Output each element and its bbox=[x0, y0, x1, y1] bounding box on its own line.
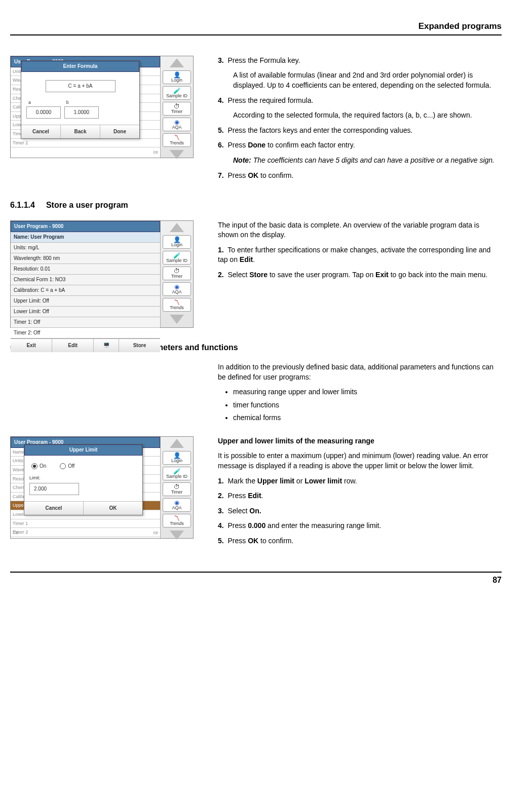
login-button[interactable]: 👤Login bbox=[163, 70, 191, 84]
list-row-name[interactable]: Name: User Program bbox=[11, 232, 160, 243]
list-row[interactable]: Wavelength: 800 nm bbox=[11, 253, 160, 264]
scroll-up-icon[interactable] bbox=[170, 439, 184, 448]
list-row[interactable]: Timer 1: Off bbox=[11, 317, 160, 328]
limit-value-input[interactable]: 2.000 bbox=[29, 483, 79, 495]
coeff-b-input[interactable]: 1.0000 bbox=[64, 106, 99, 119]
section-6-1-1-4: 6.1.1.4Store a user program bbox=[10, 200, 502, 211]
login-button[interactable]: 👤Login bbox=[163, 451, 191, 465]
ok-button[interactable]: OK bbox=[84, 502, 142, 515]
page-number: 87 bbox=[10, 572, 502, 586]
list-row[interactable]: Lower Limit: Off bbox=[11, 307, 160, 317]
trends-button[interactable]: 〽Trends bbox=[163, 514, 191, 528]
aqa-button[interactable]: ◉AQA bbox=[163, 118, 191, 131]
timer-button[interactable]: ⏱Timer bbox=[163, 482, 191, 496]
figure-enter-formula: User Program - 9000 Units: m Wavele Reso… bbox=[10, 56, 194, 158]
formula-display[interactable]: C = a + bA bbox=[46, 80, 116, 92]
scroll-up-icon[interactable] bbox=[170, 223, 184, 232]
list-row[interactable]: Units: mg/L bbox=[11, 243, 160, 253]
list-row[interactable]: Resolution: 0.01 bbox=[11, 264, 160, 275]
radio-off[interactable]: Off bbox=[60, 463, 74, 470]
aqa-button[interactable]: ◉AQA bbox=[163, 498, 191, 512]
enter-formula-dialog: Enter Formula C = a + bA a 0.0000 b bbox=[21, 60, 140, 139]
step-5: 5. Press the factors keys and enter the … bbox=[218, 126, 502, 136]
limit-label: Limit: bbox=[29, 475, 138, 481]
store-button[interactable]: Store bbox=[119, 339, 160, 352]
note-coefficients: Note: The coefficients can have 5 digits… bbox=[233, 156, 502, 166]
s4-intro: It is possible to enter a maximum (upper… bbox=[218, 451, 502, 471]
step-6: 6. Press Done to confirm each factor ent… bbox=[218, 140, 502, 150]
step-3-body: A list of available formulas (linear and… bbox=[233, 70, 502, 90]
upper-limit-dialog: Upper Limit On Off Limit: 2.000 Cancel O… bbox=[24, 444, 143, 516]
figure-upper-limit: User Program - 9000 Name: Units: m Wavel… bbox=[10, 436, 194, 539]
s4-step-1: 1. Mark the Upper limit or Lower limit r… bbox=[218, 476, 502, 486]
sample-id-button[interactable]: 🧪Sample ID bbox=[163, 467, 191, 480]
list-title-bar: User Program - 9000 bbox=[11, 221, 160, 232]
trends-button[interactable]: 〽Trends bbox=[163, 133, 191, 147]
list-row[interactable]: Chemical Form 1: NO3 bbox=[11, 275, 160, 285]
cancel-button[interactable]: Cancel bbox=[21, 125, 61, 138]
step-4: 4. Press the required formula. bbox=[218, 96, 502, 106]
login-button[interactable]: 👤Login bbox=[163, 235, 191, 249]
scroll-down-icon[interactable] bbox=[170, 150, 184, 159]
step-4-body: According to the selected formula, the r… bbox=[233, 110, 502, 121]
s4-step-5: 5. Press OK to confirm. bbox=[218, 536, 502, 546]
s3-bullets: measuring range upper and lower limits t… bbox=[218, 387, 502, 423]
cancel-button[interactable]: Cancel bbox=[24, 502, 84, 515]
back-button[interactable]: Back bbox=[61, 125, 100, 138]
dialog-title: Upper Limit bbox=[24, 444, 142, 456]
done-button[interactable]: Done bbox=[100, 125, 139, 138]
coeff-a-input[interactable]: 0.0000 bbox=[26, 106, 61, 119]
trends-button[interactable]: 〽Trends bbox=[163, 298, 191, 312]
s4-step-3: 3. Select On. bbox=[218, 506, 502, 516]
figure-user-program-list: User Program - 9000 Name: User Program U… bbox=[10, 220, 194, 328]
sample-id-button[interactable]: 🧪Sample ID bbox=[163, 86, 191, 100]
aqa-button[interactable]: ◉AQA bbox=[163, 282, 191, 296]
timer-button[interactable]: ⏱Timer bbox=[163, 267, 191, 280]
step-7: 7. Press OK to confirm. bbox=[218, 171, 502, 181]
list-row[interactable]: Calibration: C = a + bA bbox=[11, 285, 160, 296]
edit-button[interactable]: Edit bbox=[52, 339, 94, 352]
scroll-down-icon[interactable] bbox=[170, 531, 184, 540]
s4-step-4: 4. Press 0.000 and enter the measuring r… bbox=[218, 521, 502, 531]
s4-title: Upper and lower limits of the measuring … bbox=[218, 436, 502, 446]
dialog-title: Enter Formula bbox=[21, 61, 139, 72]
exit-button[interactable]: Exit bbox=[11, 339, 52, 352]
step-3: 3. Press the Formula key. bbox=[218, 56, 502, 66]
list-row[interactable]: Upper Limit: Off bbox=[11, 296, 160, 307]
s2-step-1: 1. To enter further specifications or ma… bbox=[218, 245, 502, 265]
timer-button[interactable]: ⏱Timer bbox=[163, 102, 191, 116]
scroll-down-icon[interactable] bbox=[170, 315, 184, 324]
s2-step-2: 2. Select Store to save the user program… bbox=[218, 270, 502, 280]
radio-on[interactable]: On bbox=[31, 463, 46, 470]
s3-intro: In addition to the previously defined ba… bbox=[218, 362, 502, 382]
programs-icon-button[interactable]: 🖥️ bbox=[94, 339, 119, 352]
s4-step-2: 2. Press Edit. bbox=[218, 491, 502, 501]
s2-intro: The input of the basic data is complete.… bbox=[218, 220, 502, 240]
scroll-up-icon[interactable] bbox=[170, 58, 184, 67]
sample-id-button[interactable]: 🧪Sample ID bbox=[163, 251, 191, 265]
page-header: Expanded programs bbox=[10, 20, 502, 35]
list-row[interactable]: Timer 2: Off bbox=[11, 328, 160, 338]
